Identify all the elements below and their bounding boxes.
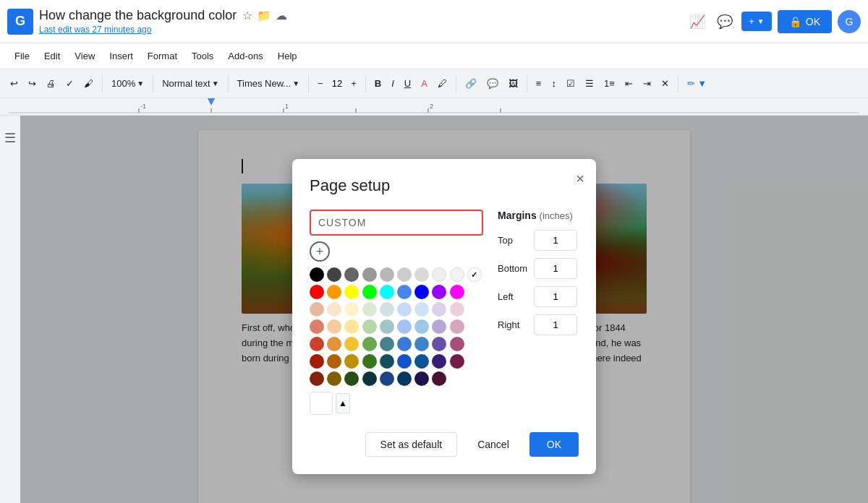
color-swatch[interactable] bbox=[310, 337, 324, 351]
color-swatch[interactable] bbox=[310, 302, 324, 317]
italic-button[interactable]: I bbox=[387, 75, 399, 92]
menu-edit[interactable]: Edit bbox=[38, 48, 66, 64]
numbered-list-button[interactable]: 1≡ bbox=[600, 75, 619, 92]
line-spacing-button[interactable]: ↕ bbox=[547, 75, 561, 92]
color-swatch[interactable] bbox=[380, 267, 394, 282]
color-swatch[interactable] bbox=[380, 337, 394, 351]
menu-format[interactable]: Format bbox=[142, 48, 183, 64]
left-margin-input[interactable] bbox=[534, 286, 577, 307]
color-swatch[interactable] bbox=[362, 267, 377, 282]
color-swatch[interactable] bbox=[414, 337, 429, 351]
color-swatch[interactable] bbox=[344, 302, 359, 317]
color-swatch[interactable] bbox=[432, 285, 446, 299]
color-swatch[interactable] bbox=[344, 319, 359, 334]
color-swatch[interactable] bbox=[362, 319, 377, 334]
color-swatch[interactable] bbox=[327, 267, 341, 282]
color-swatch[interactable] bbox=[450, 337, 464, 351]
color-swatch[interactable] bbox=[327, 319, 341, 334]
color-swatch[interactable] bbox=[310, 371, 324, 386]
right-margin-input[interactable] bbox=[534, 314, 577, 335]
align-button[interactable]: ≡ bbox=[532, 75, 546, 92]
checklist-button[interactable]: ☑ bbox=[562, 75, 579, 92]
last-edit-link[interactable]: Last edit was 27 minutes ago bbox=[39, 25, 681, 35]
clear-format-button[interactable]: ✕ bbox=[657, 75, 673, 92]
comment-button[interactable]: 💬 bbox=[482, 75, 503, 92]
bullet-list-button[interactable]: ☰ bbox=[581, 75, 598, 92]
paint-format-button[interactable]: 🖌 bbox=[80, 75, 98, 92]
trending-icon[interactable]: 📈 bbox=[686, 11, 708, 33]
undo-button[interactable]: ↩ bbox=[6, 75, 22, 92]
indent-increase-button[interactable]: ⇥ bbox=[639, 75, 655, 92]
link-button[interactable]: 🔗 bbox=[461, 75, 481, 92]
menu-insert[interactable]: Insert bbox=[103, 48, 139, 64]
menu-addons[interactable]: Add-ons bbox=[222, 48, 268, 64]
color-swatch[interactable] bbox=[450, 302, 464, 317]
color-swatch[interactable] bbox=[380, 319, 394, 334]
color-swatch[interactable] bbox=[397, 371, 412, 386]
menu-help[interactable]: Help bbox=[272, 48, 303, 64]
color-swatch[interactable] bbox=[327, 302, 341, 317]
menu-view[interactable]: View bbox=[69, 48, 101, 64]
color-swatch[interactable] bbox=[327, 371, 341, 386]
highlight-button[interactable]: 🖊 bbox=[433, 75, 451, 92]
color-swatch[interactable] bbox=[380, 354, 394, 369]
color-swatch[interactable] bbox=[362, 354, 377, 369]
outline-icon[interactable]: ☰ bbox=[4, 130, 16, 146]
color-swatch[interactable] bbox=[432, 337, 446, 351]
set-as-default-button[interactable]: Set as default bbox=[365, 432, 458, 457]
font-size-decrease[interactable]: − bbox=[313, 75, 328, 92]
share-button[interactable]: 🔒 OK bbox=[778, 10, 832, 33]
color-swatch[interactable] bbox=[432, 319, 446, 334]
color-swatch[interactable] bbox=[397, 285, 412, 299]
print-button[interactable]: 🖨 bbox=[42, 75, 60, 92]
underline-button[interactable]: U bbox=[400, 75, 415, 92]
bottom-margin-input[interactable] bbox=[534, 258, 577, 279]
color-swatch[interactable] bbox=[432, 354, 446, 369]
color-swatch[interactable] bbox=[414, 371, 429, 386]
color-swatch[interactable] bbox=[380, 302, 394, 317]
zoom-dropdown[interactable]: 100% ▼ bbox=[107, 76, 148, 91]
color-swatch[interactable] bbox=[327, 337, 341, 351]
color-swatch[interactable] bbox=[414, 319, 429, 334]
image-button[interactable]: 🖼 bbox=[504, 75, 522, 92]
color-swatch[interactable] bbox=[432, 267, 446, 282]
color-swatch[interactable] bbox=[310, 267, 324, 282]
text-color-button[interactable]: A bbox=[417, 75, 432, 92]
color-swatch[interactable] bbox=[327, 285, 341, 299]
add-button[interactable]: + ▼ bbox=[741, 12, 772, 31]
color-swatch[interactable] bbox=[344, 285, 359, 299]
top-margin-input[interactable] bbox=[534, 230, 577, 251]
color-swatch[interactable] bbox=[397, 337, 412, 351]
star-icon[interactable]: ☆ bbox=[242, 9, 252, 22]
bold-button[interactable]: B bbox=[370, 75, 386, 92]
editing-button[interactable]: ✏ ▼ bbox=[683, 75, 711, 92]
style-dropdown[interactable]: Normal text ▼ bbox=[158, 76, 223, 91]
color-swatch[interactable] bbox=[362, 302, 377, 317]
color-swatch[interactable] bbox=[380, 371, 394, 386]
menu-tools[interactable]: Tools bbox=[186, 48, 219, 64]
folder-icon[interactable]: 📁 bbox=[257, 9, 271, 22]
color-swatch[interactable] bbox=[414, 285, 429, 299]
color-swatch[interactable] bbox=[362, 371, 377, 386]
color-swatch[interactable] bbox=[397, 354, 412, 369]
color-swatch[interactable] bbox=[344, 267, 359, 282]
color-swatch[interactable] bbox=[310, 285, 324, 299]
color-swatch[interactable] bbox=[397, 319, 412, 334]
color-stepper-up[interactable]: ▲ bbox=[336, 393, 350, 413]
color-custom-input[interactable] bbox=[310, 210, 483, 236]
color-swatch[interactable] bbox=[450, 285, 464, 299]
color-swatch[interactable] bbox=[432, 371, 446, 386]
color-swatch[interactable] bbox=[362, 337, 377, 351]
cancel-button[interactable]: Cancel bbox=[463, 432, 524, 457]
menu-file[interactable]: File bbox=[9, 48, 35, 64]
color-swatch[interactable] bbox=[327, 354, 341, 369]
color-swatch[interactable] bbox=[344, 371, 359, 386]
indent-decrease-button[interactable]: ⇤ bbox=[621, 75, 637, 92]
cloud-icon[interactable]: ☁ bbox=[276, 9, 287, 22]
color-swatch[interactable] bbox=[450, 267, 464, 282]
color-swatch[interactable] bbox=[344, 354, 359, 369]
color-swatch[interactable] bbox=[310, 319, 324, 334]
dialog-close-button[interactable]: × bbox=[576, 171, 584, 187]
color-swatch[interactable] bbox=[414, 302, 429, 317]
color-swatch[interactable] bbox=[397, 267, 412, 282]
